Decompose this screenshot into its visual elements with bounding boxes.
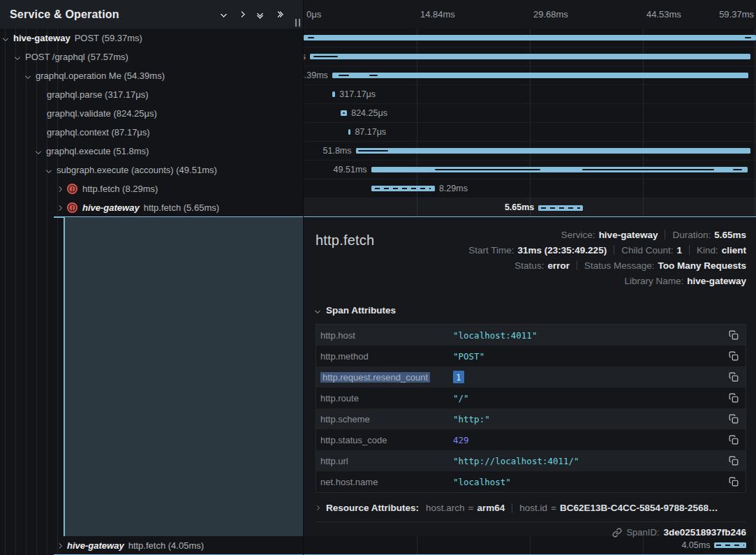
span-bar[interactable] — [348, 129, 350, 135]
chevron-right-icon[interactable] — [57, 186, 62, 191]
span-detail-title: http.fetch — [316, 227, 374, 249]
span-row-http-fetch-selected[interactable]: hive-gateway http.fetch (5.65ms) 5.65ms — [0, 198, 756, 217]
span-bar[interactable] — [332, 73, 748, 78]
timeline-lane: 49.51ms — [304, 161, 756, 179]
timeline-lane: 57.57ms — [304, 47, 756, 66]
kind-label: Kind: — [697, 245, 718, 256]
duration-label: Duration: — [672, 230, 711, 240]
duration-value: 5.65ms — [714, 230, 746, 240]
duration-label: 51.8ms — [323, 142, 352, 160]
span-row-subgraph-execute[interactable]: subgraph.execute (accounts) (49.51ms) 49… — [0, 161, 756, 179]
span-bar[interactable] — [371, 167, 748, 172]
panel-title: Service & Operation — [10, 8, 119, 21]
span-bar[interactable] — [371, 186, 435, 191]
child-count-value: 1 — [676, 245, 682, 256]
duration-label: 87.17μs — [355, 123, 386, 141]
span-attributes-table: http.host "localhost:4011" http.method "… — [316, 324, 746, 493]
chevron-down-icon[interactable] — [15, 54, 20, 59]
span-row-operation-me[interactable]: graphql.operation Me (54.39ms) 54.39ms — [0, 66, 756, 85]
chevron-down-icon[interactable] — [46, 167, 52, 172]
span-label: http.fetch (4.05ms) — [128, 540, 204, 551]
chevron-down-icon[interactable] — [3, 35, 8, 40]
timeline-lane: 51.8ms — [304, 142, 756, 161]
copy-icon[interactable] — [727, 350, 740, 362]
timeline-header: 0μs 14.84ms 29.68ms 44.53ms 59.37ms — [304, 0, 756, 29]
span-row-parse[interactable]: graphql.parse (317.17μs) 317.17μs — [0, 85, 756, 104]
span-label: graphql.operation Me (54.39ms) — [36, 71, 165, 81]
panel-resize-handle[interactable] — [295, 19, 300, 27]
attr-row-http-scheme[interactable]: http.scheme "http:" — [316, 408, 746, 429]
span-label: graphql.context (87.17μs) — [47, 127, 150, 138]
span-tree-header: Service & Operation — [0, 0, 304, 29]
copy-icon[interactable] — [727, 475, 740, 488]
span-label: graphql.execute (51.8ms) — [46, 146, 149, 156]
span-row-graphql[interactable]: POST /graphql (57.57ms) 57.57ms — [0, 47, 756, 66]
status-value: error — [547, 260, 570, 271]
copy-icon[interactable] — [727, 413, 740, 425]
chevron-right-icon[interactable] — [57, 542, 62, 548]
attr-row-http-status-code[interactable]: http.status_code 429 — [316, 429, 746, 450]
chevron-down-icon[interactable] — [25, 73, 31, 78]
copy-icon[interactable] — [727, 371, 740, 383]
span-meta: Service: hive-gateway Duration: 5.65ms S… — [468, 227, 746, 288]
attr-row-http-host[interactable]: http.host "localhost:4011" — [316, 325, 746, 346]
span-rows-bottom: hive-gateway http.fetch (4.05ms) 4.05ms — [0, 536, 756, 555]
span-id-row: SpanID: 3de02518937fb246 — [316, 521, 746, 538]
copy-icon[interactable] — [727, 454, 740, 467]
span-bar[interactable] — [332, 91, 336, 97]
link-icon[interactable] — [612, 528, 622, 538]
duration-label: 8.29ms — [439, 179, 468, 198]
attr-row-http-url[interactable]: http.url "http://localhost:4011/" — [316, 450, 746, 471]
attr-row-net-host-name[interactable]: net.host.name "localhost" — [316, 471, 746, 492]
timeline-lane: 54.39ms — [304, 66, 756, 85]
start-time-value: 31ms (23:35:49.225) — [518, 245, 607, 256]
library-name-label: Library Name: — [624, 276, 683, 286]
timeline-lane — [304, 29, 756, 47]
resource-attr-key: host.arch — [426, 503, 465, 513]
copy-icon[interactable] — [727, 434, 740, 446]
span-bar[interactable] — [310, 54, 750, 59]
duration-label: 54.39ms — [304, 66, 328, 84]
resource-attributes-section-header[interactable]: Resource Attributes: host.arch = arm64 h… — [316, 503, 746, 513]
span-bar[interactable] — [304, 35, 756, 40]
service-value: hive-gateway — [599, 230, 658, 240]
span-row-http-fetch-4ms[interactable]: hive-gateway http.fetch (4.05ms) 4.05ms — [0, 536, 756, 555]
span-bar[interactable] — [538, 205, 583, 211]
copy-icon[interactable] — [727, 329, 740, 341]
span-row-execute[interactable]: graphql.execute (51.8ms) 51.8ms — [0, 142, 756, 161]
attr-row-http-method[interactable]: http.method "POST" — [316, 346, 746, 367]
span-label: graphql.parse (317.17μs) — [47, 89, 149, 100]
collapse-all-icon[interactable] — [258, 11, 262, 18]
timeline-lane: 317.17μs — [304, 85, 756, 104]
span-bar[interactable] — [714, 542, 746, 548]
span-row-post[interactable]: hive-gateway POST (59.37ms) — [0, 29, 756, 47]
copy-icon[interactable] — [727, 392, 740, 404]
expand-all-icon[interactable] — [276, 12, 283, 17]
tick-label: 14.84ms — [420, 0, 455, 29]
attr-row-http-request-resend-count[interactable]: http.request.resend_count 1 — [316, 367, 746, 387]
collapse-one-icon[interactable] — [221, 11, 228, 18]
chevron-down-icon[interactable] — [36, 148, 41, 154]
span-label: subgraph.execute (accounts) (49.51ms) — [57, 165, 217, 175]
service-name: hive-gateway — [67, 540, 124, 551]
chevron-right-icon[interactable] — [57, 205, 62, 210]
span-row-http-fetch-8ms[interactable]: http.fetch (8.29ms) 8.29ms — [0, 179, 756, 198]
span-row-context[interactable]: graphql.context (87.17μs) 87.17μs — [0, 123, 756, 142]
span-row-validate[interactable]: graphql.validate (824.25μs) 824.25μs — [0, 104, 756, 123]
duration-label: 824.25μs — [351, 104, 387, 122]
status-message-value: Too Many Requests — [658, 260, 746, 271]
expand-one-icon[interactable] — [239, 11, 246, 18]
attr-row-http-route[interactable]: http.route "/" — [316, 387, 746, 408]
chevron-right-icon — [315, 505, 320, 510]
span-attributes-section-header[interactable]: Span Attributes — [316, 305, 746, 316]
span-label: POST (59.37ms) — [75, 33, 142, 43]
panel-split-line[interactable] — [303, 0, 304, 555]
error-icon — [67, 184, 77, 194]
duration-label: 4.05ms — [681, 536, 710, 554]
span-bar[interactable] — [341, 110, 347, 116]
span-bar[interactable] — [356, 148, 751, 154]
span-label: http.fetch (5.65ms) — [144, 202, 219, 213]
chevron-down-icon — [315, 307, 320, 313]
child-count-label: Child Count: — [621, 245, 673, 256]
timeline-lane: 824.25μs — [304, 104, 756, 123]
